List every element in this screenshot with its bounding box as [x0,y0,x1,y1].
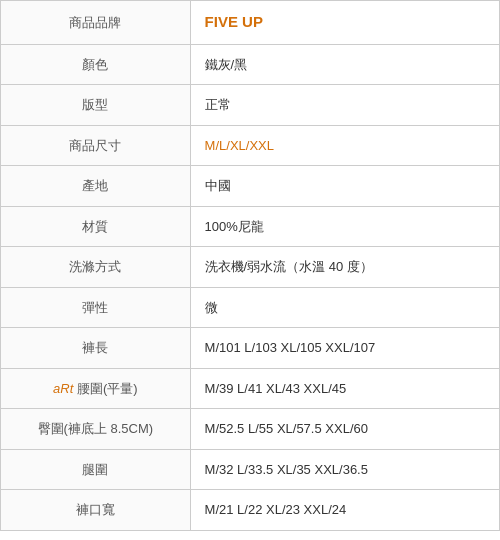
spec-label-1: 顏色 [1,44,191,85]
spec-label-5: 材質 [1,206,191,247]
spec-value-1: 鐵灰/黑 [190,44,499,85]
spec-value-4: 中國 [190,166,499,207]
spec-value-7: 微 [190,287,499,328]
spec-value-3: M/L/XL/XXL [190,125,499,166]
spec-value-10: M/52.5 L/55 XL/57.5 XXL/60 [190,409,499,450]
spec-label-11: 腿圍 [1,449,191,490]
spec-label-0: 商品品牌 [1,1,191,45]
spec-label-8: 褲長 [1,328,191,369]
spec-value-12: M/21 L/22 XL/23 XXL/24 [190,490,499,531]
spec-value-2: 正常 [190,85,499,126]
spec-label-7: 彈性 [1,287,191,328]
spec-value-11: M/32 L/33.5 XL/35 XXL/36.5 [190,449,499,490]
spec-value-6: 洗衣機/弱水流（水溫 40 度） [190,247,499,288]
product-specs-table: 商品品牌FIVE UP顏色鐵灰/黑版型正常商品尺寸M/L/XL/XXL產地中國材… [0,0,500,531]
spec-label-4: 產地 [1,166,191,207]
spec-value-9: M/39 L/41 XL/43 XXL/45 [190,368,499,409]
spec-label-2: 版型 [1,85,191,126]
spec-value-0: FIVE UP [190,1,499,45]
spec-label-12: 褲口寬 [1,490,191,531]
spec-label-9: aRt 腰圍(平量) [1,368,191,409]
spec-value-5: 100%尼龍 [190,206,499,247]
spec-label-6: 洗滌方式 [1,247,191,288]
spec-label-10: 臀圍(褲底上 8.5CM) [1,409,191,450]
spec-value-8: M/101 L/103 XL/105 XXL/107 [190,328,499,369]
spec-label-3: 商品尺寸 [1,125,191,166]
